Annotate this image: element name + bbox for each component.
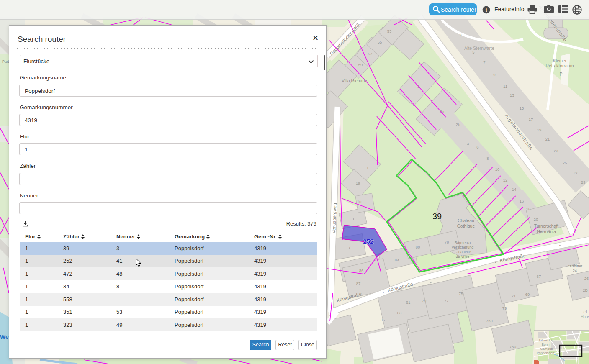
svg-text:4: 4 (467, 141, 469, 146)
svg-text:78: 78 (445, 240, 449, 244)
svg-text:55: 55 (378, 40, 382, 44)
svg-text:77: 77 (444, 299, 449, 303)
svg-text:6: 6 (476, 145, 478, 149)
svg-text:73: 73 (502, 306, 507, 310)
svg-text:79: 79 (422, 298, 427, 303)
svg-text:27: 27 (574, 170, 578, 175)
svg-text:3: 3 (459, 33, 461, 37)
svg-text:9: 9 (493, 72, 495, 77)
svg-text:- Jeanette: - Jeanette (454, 250, 471, 254)
svg-text:←: ← (558, 241, 563, 247)
svg-text:Refraktorraum: Refraktorraum (545, 63, 574, 68)
svg-text:1a: 1a (356, 181, 360, 185)
svg-text:i: i (486, 7, 487, 13)
svg-text:2a: 2a (440, 109, 445, 114)
svg-text:750: 750 (509, 344, 516, 349)
svg-text:7: 7 (483, 60, 485, 64)
svg-text:2b: 2b (456, 122, 460, 127)
svg-text:19: 19 (537, 128, 542, 132)
svg-text:Gothique: Gothique (457, 223, 475, 228)
svg-text:1o: 1o (357, 199, 362, 204)
svg-text:23: 23 (554, 149, 558, 153)
svg-text:29: 29 (581, 180, 586, 185)
svg-text:Alte Sternwarte: Alte Sternwarte (464, 46, 494, 51)
svg-text:Versicherung: Versicherung (452, 245, 474, 249)
svg-text:Germania: Germania (537, 229, 556, 234)
svg-text:Haus: Haus (581, 314, 589, 319)
svg-text:3: 3 (352, 217, 354, 221)
svg-text:67: 67 (537, 274, 541, 279)
svg-text:11: 11 (503, 84, 507, 89)
svg-text:1: 1 (366, 165, 368, 170)
svg-text:We: We (0, 333, 9, 340)
svg-text:39: 39 (432, 212, 442, 221)
svg-text:87: 87 (356, 281, 361, 286)
svg-text:de Vries: de Vries (456, 254, 470, 259)
svg-text:Kleiner: Kleiner (553, 58, 567, 63)
svg-text:10: 10 (495, 167, 500, 172)
svg-text:81: 81 (406, 300, 411, 305)
svg-text:17: 17 (529, 117, 533, 122)
svg-text:71: 71 (512, 294, 516, 298)
svg-text:7: 7 (348, 245, 350, 249)
svg-text:Turnerschaft: Turnerschaft (534, 223, 559, 228)
svg-text:13: 13 (510, 93, 514, 97)
svg-text:59: 59 (358, 62, 363, 67)
svg-text:- Campus: - Campus (538, 347, 553, 351)
svg-text:80: 80 (416, 245, 420, 249)
svg-text:Zartbitter: Zartbitter (567, 264, 582, 268)
svg-text:25: 25 (563, 161, 567, 165)
svg-text:Chateau: Chateau (458, 218, 474, 223)
svg-text:53: 53 (387, 29, 392, 33)
svg-text:Barmenia: Barmenia (455, 241, 471, 245)
svg-text:P: P (559, 72, 562, 77)
svg-text:252: 252 (363, 238, 373, 245)
svg-text:Villa Richartz: Villa Richartz (342, 78, 367, 83)
svg-text:84: 84 (395, 258, 399, 262)
svg-text:69: 69 (525, 292, 530, 297)
svg-text:Poppelsdorf: Poppelsdorf (537, 351, 555, 355)
svg-text:Universität: Universität (538, 338, 554, 342)
svg-text:Cl: Cl (584, 310, 587, 314)
svg-text:15: 15 (520, 106, 524, 110)
svg-text:Bonn: Bonn (542, 343, 550, 346)
svg-text:2: 2 (417, 84, 419, 89)
svg-text:85: 85 (381, 318, 385, 322)
svg-text:24: 24 (573, 269, 577, 273)
svg-text:18: 18 (526, 207, 531, 211)
svg-text:12: 12 (503, 178, 508, 182)
svg-text:5: 5 (472, 50, 474, 54)
svg-text:83: 83 (397, 310, 402, 315)
svg-text:75a: 75a (486, 318, 493, 323)
svg-text:26: 26 (584, 276, 589, 281)
svg-text:20: 20 (534, 217, 538, 222)
svg-text:16: 16 (520, 199, 524, 203)
svg-text:75: 75 (459, 291, 463, 296)
svg-text:86: 86 (359, 268, 364, 273)
svg-text:14: 14 (512, 187, 517, 192)
svg-text:21: 21 (545, 137, 550, 141)
svg-text:8: 8 (486, 156, 489, 161)
svg-text:Venusbergweg: Venusbergweg (331, 203, 337, 233)
svg-text:57: 57 (368, 51, 373, 56)
svg-text:2B: 2B (583, 288, 588, 292)
